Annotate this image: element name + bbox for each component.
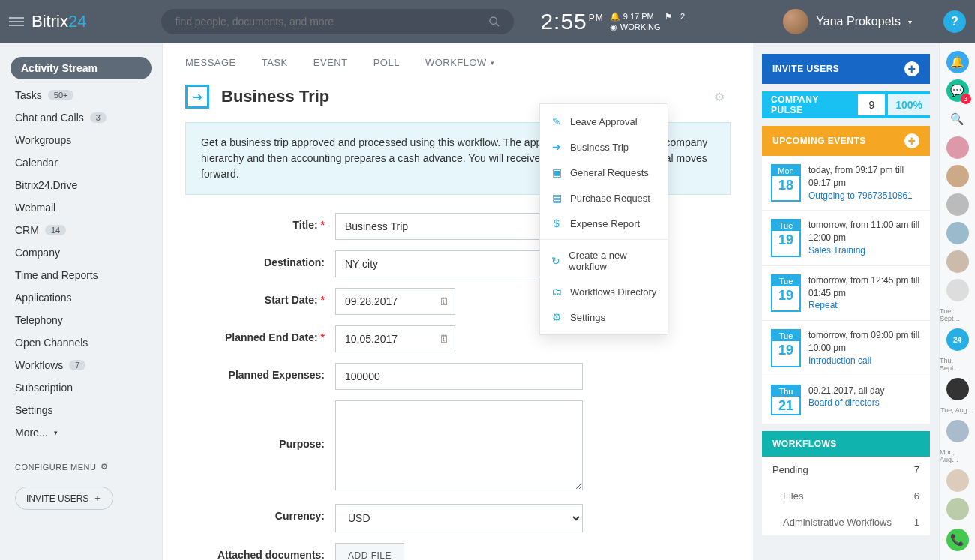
event-item[interactable]: Tue19tomorrow, from 12:45 pm till 01:45 … xyxy=(762,265,930,320)
workflow-row[interactable]: Files6 xyxy=(762,483,930,509)
menu-icon: ➔ xyxy=(550,141,562,153)
end-date-field[interactable] xyxy=(335,325,455,352)
menu-toggle[interactable] xyxy=(9,15,24,28)
wf-menu-general-requests[interactable]: ▣General Requests xyxy=(540,160,668,185)
event-item[interactable]: Tue19tomorrow, from 09:00 pm till 10:00 … xyxy=(762,320,930,375)
sidebar-item-applications[interactable]: Applications xyxy=(0,286,162,309)
search-icon[interactable]: 🔍 xyxy=(946,108,969,130)
event-date: Tue19 xyxy=(771,329,801,367)
rail-time: Tue, Aug… xyxy=(940,406,974,414)
contact-avatar[interactable] xyxy=(946,420,969,442)
event-item[interactable]: Mon18today, from 09:17 pm till 09:17 pmO… xyxy=(762,156,930,210)
contact-avatar[interactable] xyxy=(946,136,969,159)
user-avatar xyxy=(783,9,808,34)
invite-users-header: INVITE USERS xyxy=(772,64,839,74)
sidebar-item-webmail[interactable]: Webmail xyxy=(0,196,162,219)
menu-icon: ⚙ xyxy=(550,311,562,323)
invite-users-add[interactable]: + xyxy=(904,61,920,76)
help-button[interactable]: ? xyxy=(944,10,966,33)
record-icon: ◉ xyxy=(610,22,617,32)
phone-icon[interactable]: 📞 xyxy=(946,529,969,551)
expenses-field[interactable] xyxy=(335,363,583,390)
event-item[interactable]: Tue19tomorrow, from 11:00 am till 12:00 … xyxy=(762,210,930,265)
right-panel: INVITE USERS+ COMPANY PULSE 9 100% UPCOM… xyxy=(753,43,939,560)
workflow-row[interactable]: Administrative Workflows1 xyxy=(762,509,930,535)
chevron-down-icon: ▾ xyxy=(490,59,495,67)
user-menu[interactable]: Yana Prokopets ▾ xyxy=(783,9,912,34)
bell-icon[interactable]: 🔔 xyxy=(946,51,969,73)
search-icon[interactable] xyxy=(488,16,500,28)
bitrix24-icon[interactable]: 24 xyxy=(946,328,969,351)
tab-task[interactable]: TASK xyxy=(262,57,288,68)
im-rail: 🔔 💬3 🔍 Tue, Sept… 24 Thu, Sept… Tue, Aug… xyxy=(939,43,975,560)
wf-menu-expense-report[interactable]: $Expense Report xyxy=(540,211,668,236)
invite-users-sidebar[interactable]: INVITE USERS＋ xyxy=(15,487,113,510)
contact-avatar[interactable] xyxy=(946,498,969,520)
event-date: Thu21 xyxy=(771,385,801,415)
upcoming-events-header: UPCOMING EVENTS xyxy=(772,136,866,146)
tab-workflow[interactable]: WORKFLOW▾ xyxy=(425,57,495,68)
menu-icon: $ xyxy=(550,217,562,229)
search-input[interactable] xyxy=(175,16,488,28)
contact-avatar[interactable] xyxy=(946,378,969,400)
sidebar-item-open-channels[interactable]: Open Channels xyxy=(0,331,162,354)
contact-avatar[interactable] xyxy=(946,222,969,244)
start-date-field[interactable] xyxy=(335,288,455,315)
contact-avatar[interactable] xyxy=(946,165,969,187)
sidebar-item-company[interactable]: Company xyxy=(0,241,162,264)
contact-avatar[interactable] xyxy=(946,279,969,301)
brand-logo[interactable]: Bitrix24 xyxy=(32,12,86,31)
wf-menu-settings[interactable]: ⚙Settings xyxy=(540,304,668,330)
sidebar-item-crm[interactable]: CRM14 xyxy=(0,219,162,241)
sidebar-item-calendar[interactable]: Calendar xyxy=(0,151,162,174)
contact-avatar[interactable] xyxy=(946,193,969,216)
wf-menu-leave-approval[interactable]: ✎Leave Approval xyxy=(540,109,668,134)
wf-menu-purchase-request[interactable]: ▤Purchase Request xyxy=(540,185,668,211)
tab-poll[interactable]: POLL xyxy=(374,57,400,68)
tab-event[interactable]: EVENT xyxy=(314,57,348,68)
currency-select[interactable]: USD xyxy=(335,504,583,532)
sidebar-item-tasks[interactable]: Tasks50+ xyxy=(0,84,162,106)
event-date: Tue19 xyxy=(771,219,801,256)
configure-menu[interactable]: CONFIGURE MENU⚙ xyxy=(15,462,147,472)
contact-avatar[interactable] xyxy=(946,469,969,492)
user-name: Yana Prokopets xyxy=(816,15,901,28)
left-sidebar: Activity StreamTasks50+Chat and Calls3Wo… xyxy=(0,43,162,560)
wf-menu-create-a-new-workflow[interactable]: ↻Create a new workflow xyxy=(540,243,668,279)
sidebar-item-activity-stream[interactable]: Activity Stream xyxy=(10,57,152,79)
menu-icon: ▤ xyxy=(550,192,562,204)
purpose-field[interactable] xyxy=(335,400,583,490)
chevron-down-icon: ▾ xyxy=(908,18,912,26)
workflow-row[interactable]: Pending7 xyxy=(762,457,930,483)
sidebar-item-workgroups[interactable]: Workgroups xyxy=(0,129,162,151)
rail-time: Thu, Sept… xyxy=(940,357,975,372)
clock-widget[interactable]: 2:55PM 🔔9:17 PM ⚑ 2 ◉WORKING xyxy=(540,9,685,34)
company-pulse[interactable]: COMPANY PULSE 9 100% xyxy=(762,91,930,118)
workflows-header: WORKFLOWS xyxy=(772,439,837,449)
sidebar-item-subscription[interactable]: Subscription xyxy=(0,376,162,399)
sidebar-item-workflows[interactable]: Workflows7 xyxy=(0,354,162,376)
chat-icon[interactable]: 💬3 xyxy=(946,79,969,102)
workflow-dropdown: ✎Leave Approval➔Business Trip▣General Re… xyxy=(539,103,668,335)
wf-menu-business-trip[interactable]: ➔Business Trip xyxy=(540,134,668,160)
add-event[interactable]: + xyxy=(904,133,920,148)
event-item[interactable]: Thu2109.21.2017, all dayBoard of directo… xyxy=(762,376,930,424)
contact-avatar[interactable] xyxy=(946,250,969,273)
wf-menu-workflows-directory[interactable]: 🗂Workflows Directory xyxy=(540,279,668,304)
sidebar-item-settings[interactable]: Settings xyxy=(0,399,162,421)
tab-message[interactable]: MESSAGE xyxy=(185,57,236,68)
gear-icon[interactable]: ⚙ xyxy=(714,90,724,104)
sidebar-item-telephony[interactable]: Telephony xyxy=(0,309,162,331)
sidebar-item-time-and-reports[interactable]: Time and Reports xyxy=(0,264,162,286)
global-search[interactable] xyxy=(161,9,514,34)
flag-icon: ⚑ xyxy=(664,11,672,22)
sidebar-item-more-[interactable]: More...▾ xyxy=(0,421,162,444)
sidebar-item-chat-and-calls[interactable]: Chat and Calls3 xyxy=(0,106,162,129)
menu-icon: ↻ xyxy=(550,255,561,267)
gear-icon: ⚙ xyxy=(100,462,109,472)
plus-icon: ＋ xyxy=(93,492,102,505)
sidebar-item-bitrix24-drive[interactable]: Bitrix24.Drive xyxy=(0,174,162,196)
menu-icon: 🗂 xyxy=(550,286,562,298)
add-file-button[interactable]: ADD FILE xyxy=(335,543,404,560)
menu-icon: ✎ xyxy=(550,115,562,127)
